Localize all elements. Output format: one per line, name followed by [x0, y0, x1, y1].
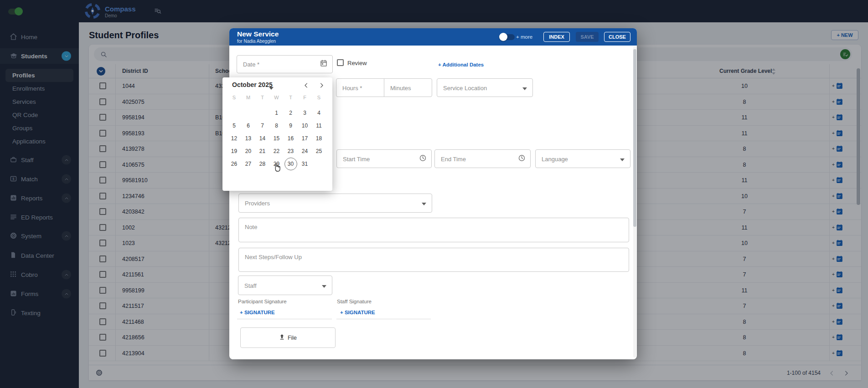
upload-icon — [279, 334, 285, 342]
calendar-weekday: F — [298, 95, 312, 104]
modal-subtitle: for Nadia Abegglen — [237, 39, 276, 44]
calendar-weekday: T — [284, 95, 298, 104]
calendar-day[interactable]: 30 — [284, 158, 298, 170]
calendar-day-empty — [255, 107, 269, 119]
calendar-day[interactable]: 26 — [227, 158, 241, 170]
chevron-down-icon — [620, 155, 625, 163]
signature-line — [336, 319, 431, 319]
mouse-cursor — [273, 162, 282, 172]
calendar-day[interactable]: 25 — [312, 145, 326, 158]
staff-select[interactable]: Staff — [238, 276, 332, 295]
review-checkbox[interactable] — [337, 59, 344, 66]
language-select[interactable]: Language — [535, 149, 630, 168]
staff-signature-label: Staff Signature — [337, 299, 372, 304]
date-picker-popup: October 2025 SMTWTFS12345678910111213141… — [222, 77, 332, 191]
calendar-day[interactable]: 28 — [255, 158, 269, 170]
signature-line — [237, 319, 332, 319]
calendar-day[interactable]: 21 — [255, 145, 269, 158]
calendar-day[interactable]: 7 — [255, 119, 269, 132]
review-label: Review — [347, 60, 367, 66]
hours-field[interactable]: Hours * — [336, 78, 384, 97]
calendar-day[interactable]: 2 — [284, 107, 298, 119]
calendar-day[interactable]: 12 — [227, 132, 241, 145]
chevron-down-icon — [422, 199, 426, 207]
end-time-field[interactable]: End Time — [434, 149, 531, 168]
calendar-weekday: S — [227, 95, 241, 104]
calendar-next-month-icon[interactable] — [316, 80, 326, 90]
calendar-day[interactable]: 17 — [298, 132, 312, 145]
calendar-day[interactable]: 18 — [312, 132, 326, 145]
start-time-field[interactable]: Start Time — [336, 149, 432, 168]
calendar-month-label[interactable]: October 2025 — [232, 81, 273, 88]
participant-signature-label: Participant Signature — [238, 299, 287, 304]
calendar-day[interactable]: 19 — [227, 145, 241, 158]
calendar-day[interactable]: 8 — [269, 119, 284, 132]
clock-icon[interactable] — [419, 154, 427, 163]
calendar-month-dropdown-icon[interactable] — [269, 83, 274, 92]
calendar-day-empty — [312, 158, 326, 170]
modal-scrollbar[interactable] — [633, 49, 636, 227]
calendar-day-empty — [241, 107, 255, 119]
service-location-select[interactable]: Service Location — [437, 78, 533, 97]
file-upload-button[interactable]: File — [240, 327, 336, 348]
chevron-down-icon — [322, 281, 326, 290]
chevron-down-icon — [522, 84, 527, 92]
staff-signature-link[interactable]: + SIGNATURE — [340, 310, 375, 315]
modal-title: New Service — [237, 30, 279, 38]
close-button[interactable]: CLOSE — [604, 32, 630, 42]
calendar-day[interactable]: 13 — [241, 132, 255, 145]
calendar-day[interactable]: 10 — [298, 119, 312, 132]
calendar-day[interactable]: 6 — [241, 119, 255, 132]
calendar-weekday: M — [241, 95, 255, 104]
calendar-day-empty — [227, 107, 241, 119]
more-label: + more — [516, 34, 532, 40]
calendar-day[interactable]: 16 — [284, 132, 298, 145]
note-textarea[interactable]: Note — [238, 218, 629, 242]
calendar-day[interactable]: 3 — [298, 107, 312, 119]
additional-dates-link[interactable]: + Additional Dates — [438, 62, 484, 67]
calendar-icon[interactable] — [320, 59, 328, 69]
calendar-day[interactable]: 1 — [269, 107, 284, 119]
calendar-day[interactable]: 22 — [269, 145, 284, 158]
calendar-day[interactable]: 5 — [227, 119, 241, 132]
index-button[interactable]: INDEX — [543, 32, 570, 42]
calendar-day[interactable]: 27 — [241, 158, 255, 170]
date-field[interactable]: Date * — [237, 55, 333, 73]
calendar-day[interactable]: 11 — [312, 119, 326, 132]
providers-select[interactable]: Providers — [238, 194, 432, 213]
calendar-day[interactable]: 4 — [312, 107, 326, 119]
calendar-day[interactable]: 15 — [269, 132, 284, 145]
calendar-day[interactable]: 24 — [298, 145, 312, 158]
modal-header: New Service for Nadia Abegglen + more IN… — [229, 28, 637, 46]
calendar-weekday: S — [312, 95, 326, 104]
clock-icon[interactable] — [518, 154, 526, 163]
next-steps-textarea[interactable]: Next Steps/Follow Up — [238, 248, 629, 272]
app-root: HomeStudentsProfilesEnrollmentsServicesQ… — [0, 0, 868, 388]
save-button[interactable]: SAVE — [576, 32, 599, 42]
calendar-prev-month-icon[interactable] — [301, 80, 311, 90]
calendar-weekday: T — [255, 95, 269, 104]
calendar-day[interactable]: 23 — [284, 145, 298, 158]
calendar-weekday: W — [269, 95, 284, 104]
more-toggle-knob — [499, 33, 507, 41]
calendar-day[interactable]: 31 — [298, 158, 312, 170]
calendar-day[interactable]: 9 — [284, 119, 298, 132]
calendar-day[interactable]: 14 — [255, 132, 269, 145]
minutes-field[interactable]: Minutes — [384, 78, 432, 97]
participant-signature-link[interactable]: + SIGNATURE — [240, 310, 275, 315]
calendar-day[interactable]: 20 — [241, 145, 255, 158]
